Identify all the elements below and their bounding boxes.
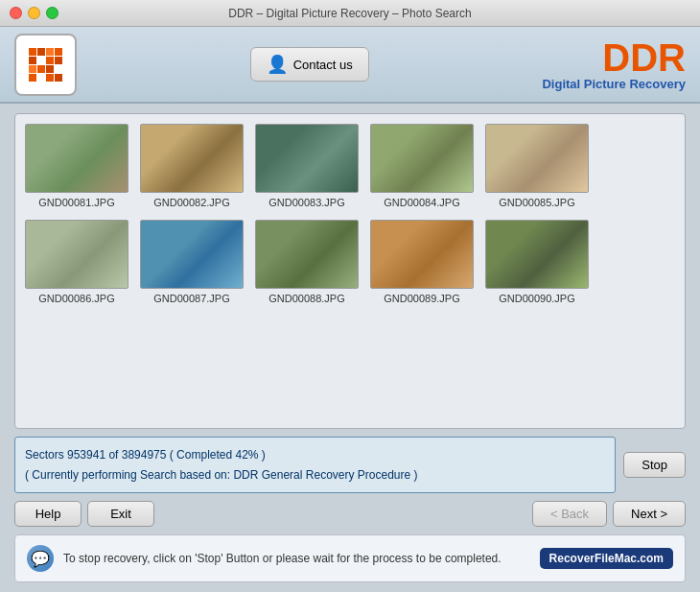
contact-button[interactable]: 👤 Contact us — [250, 47, 369, 82]
brand-subtitle: Digital Picture Recovery — [542, 77, 686, 91]
list-item[interactable]: GND00083.JPG — [255, 124, 359, 208]
logo-grid — [29, 48, 62, 82]
header: 👤 Contact us DDR Digital Picture Recover… — [0, 27, 700, 104]
photo-row-2: GND00086.JPG GND00087.JPG GND00088.JPG G… — [25, 220, 675, 304]
maximize-button[interactable] — [46, 7, 58, 19]
list-item[interactable]: GND00084.JPG — [370, 124, 474, 208]
progress-line2: ( Currently performing Search based on: … — [25, 465, 605, 485]
photo-thumb[interactable] — [485, 220, 589, 289]
list-item[interactable]: GND00089.JPG — [370, 220, 474, 304]
stop-button[interactable]: Stop — [623, 452, 686, 478]
photo-label: GND00081.JPG — [38, 197, 114, 208]
contact-btn-area: 👤 Contact us — [77, 47, 542, 82]
back-button[interactable]: < Back — [532, 501, 607, 527]
photo-label: GND00086.JPG — [38, 293, 114, 304]
window-title: DDR – Digital Picture Recovery – Photo S… — [228, 7, 471, 20]
list-item[interactable]: GND00086.JPG — [25, 220, 128, 304]
exit-button[interactable]: Exit — [87, 501, 154, 527]
info-bar: 💬 To stop recovery, click on 'Stop' Butt… — [14, 534, 686, 582]
brand-name: DDR — [542, 38, 686, 77]
contact-label: Contact us — [293, 58, 353, 72]
list-item[interactable]: GND00082.JPG — [140, 124, 244, 208]
minimize-button[interactable] — [28, 7, 40, 19]
main-content: GND00081.JPG GND00082.JPG GND00083.JPG G… — [0, 104, 700, 592]
help-button[interactable]: Help — [14, 501, 82, 527]
progress-row: Sectors 953941 of 3894975 ( Completed 42… — [14, 437, 686, 493]
photo-thumb[interactable] — [25, 220, 128, 289]
photo-label: GND00085.JPG — [499, 197, 574, 208]
list-item[interactable]: GND00090.JPG — [485, 220, 589, 304]
photo-label: GND00090.JPG — [499, 293, 574, 304]
photo-label: GND00082.JPG — [153, 197, 229, 208]
contact-icon: 👤 — [267, 54, 288, 75]
photo-label: GND00084.JPG — [384, 197, 459, 208]
title-bar: DDR – Digital Picture Recovery – Photo S… — [0, 0, 700, 27]
photo-grid[interactable]: GND00081.JPG GND00082.JPG GND00083.JPG G… — [14, 113, 686, 429]
photo-thumb[interactable] — [25, 124, 128, 193]
photo-label: GND00088.JPG — [268, 293, 344, 304]
photo-thumb[interactable] — [140, 124, 244, 193]
photo-thumb[interactable] — [370, 124, 474, 193]
window-controls[interactable] — [10, 7, 58, 19]
app-logo — [14, 34, 77, 96]
photo-row-1: GND00081.JPG GND00082.JPG GND00083.JPG G… — [25, 124, 675, 208]
photo-thumb[interactable] — [255, 220, 359, 289]
next-button[interactable]: Next > — [613, 501, 686, 527]
info-icon: 💬 — [27, 545, 54, 572]
close-button[interactable] — [10, 7, 22, 19]
list-item[interactable]: GND00085.JPG — [485, 124, 589, 208]
photo-thumb[interactable] — [485, 124, 589, 193]
info-message: To stop recovery, click on 'Stop' Button… — [63, 552, 530, 565]
progress-area: Sectors 953941 of 3894975 ( Completed 42… — [14, 437, 616, 493]
header-brand: DDR Digital Picture Recovery — [542, 38, 686, 91]
photo-thumb[interactable] — [370, 220, 474, 289]
photo-label: GND00089.JPG — [384, 293, 459, 304]
photo-label: GND00083.JPG — [268, 197, 344, 208]
list-item[interactable]: GND00087.JPG — [140, 220, 244, 304]
photo-thumb[interactable] — [255, 124, 359, 193]
list-item[interactable]: GND00081.JPG — [25, 124, 128, 208]
photo-thumb[interactable] — [140, 220, 244, 289]
list-item[interactable]: GND00088.JPG — [255, 220, 359, 304]
progress-line1: Sectors 953941 of 3894975 ( Completed 42… — [25, 445, 605, 464]
photo-label: GND00087.JPG — [153, 293, 229, 304]
nav-button-row: Help Exit < Back Next > — [14, 501, 686, 527]
recover-badge: RecoverFileMac.com — [540, 548, 673, 569]
